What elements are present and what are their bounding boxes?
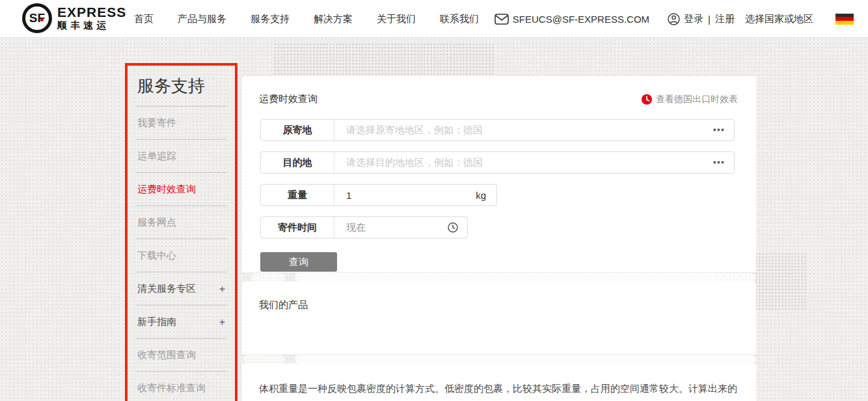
origin-field[interactable]: 原寄地 请选择原寄地地区，例如：德国 ⋯ [260, 119, 735, 141]
sidebar-item-shipping-standard-query[interactable]: 收寄件标准查询 [136, 372, 226, 401]
ship-time-field[interactable]: 寄件时间 现在 [260, 216, 468, 239]
more-options-icon[interactable]: ⋯ [712, 159, 725, 166]
weight-unit: kg [476, 190, 496, 201]
login-link[interactable]: 登录 [684, 13, 703, 25]
nav-about-us[interactable]: 关于我们 [377, 13, 416, 25]
clock-icon[interactable] [448, 222, 467, 233]
sidebar-item-label: 下载中心 [137, 250, 176, 262]
sidebar-item-label: 新手指南 [137, 316, 176, 328]
logo-chinese-text: 顺丰速运 [57, 19, 126, 31]
rate-time-query-card: 运费时效查询 查看德国出口时效表 原寄地 请选择原寄地地区，例如：德国 ⋯ 目的… [242, 76, 756, 272]
origin-placeholder: 请选择原寄地地区，例如：德国 [334, 124, 712, 136]
nav-products-services[interactable]: 产品与服务 [178, 13, 226, 25]
logo-red-dot [40, 18, 44, 21]
card-gap-strip [295, 355, 756, 363]
card-gap-strip [251, 273, 285, 281]
sidebar-item-beginner-guide[interactable]: 新手指南 + [136, 305, 226, 339]
sidebar-item-service-points[interactable]: 服务网点 [136, 206, 226, 239]
sf-express-logo[interactable]: SF EXPRESS 顺丰速运 [22, 3, 126, 33]
sidebar-item-label: 清关服务专区 [137, 283, 196, 295]
more-options-icon[interactable]: ⋯ [712, 127, 725, 133]
sidebar-highlight-rectangle: 服务支持 我要寄件 运单追踪 运费时效查询 服务网点 下载中心 清关服务专区 +… [125, 63, 237, 401]
weight-value[interactable]: 1 [334, 190, 476, 201]
sidebar-item-waybill-tracking[interactable]: 运单追踪 [136, 140, 226, 173]
region-selector[interactable]: 选择国家或地区 [745, 13, 813, 25]
logo-express-text: EXPRESS [57, 5, 126, 19]
origin-label: 原寄地 [261, 124, 334, 136]
timetable-clock-icon [642, 94, 652, 105]
ship-time-value[interactable]: 现在 [334, 222, 448, 234]
sidebar-item-label: 收寄件标准查询 [137, 382, 206, 395]
top-header: SF EXPRESS 顺丰速运 首页 产品与服务 服务支持 解决方案 关于我们 … [0, 0, 868, 38]
email-text: SFEUCS@SF-EXPRESS.COM [513, 14, 649, 25]
sf-logo-ring-icon: SF [22, 3, 52, 33]
main-nav: 首页 产品与服务 服务支持 解决方案 关于我们 联系我们 [134, 0, 479, 38]
card-gap-strip [243, 355, 285, 363]
sidebar-item-label: 收寄范围查询 [137, 349, 196, 361]
contact-email[interactable]: SFEUCS@SF-EXPRESS.COM [495, 14, 649, 25]
destination-label: 目的地 [261, 157, 334, 169]
nav-solutions[interactable]: 解决方案 [314, 13, 353, 25]
sidebar-item-send-parcel[interactable]: 我要寄件 [136, 107, 226, 140]
sidebar-item-rate-time-query[interactable]: 运费时效查询 [136, 173, 226, 206]
nav-contact-us[interactable]: 联系我们 [440, 13, 479, 25]
destination-placeholder: 请选择目的地地区，例如：德国 [334, 157, 712, 169]
nav-service-support[interactable]: 服务支持 [251, 13, 290, 25]
envelope-icon [495, 14, 509, 25]
map-dots-decoration [273, 43, 495, 81]
volumetric-weight-info-card: 体积重量是一种反映包裹密度的计算方式。低密度的包裹，比较其实际重量，占用的空间通… [242, 363, 756, 401]
volumetric-weight-text: 体积重量是一种反映包裹密度的计算方式。低密度的包裹，比较其实际重量，占用的空间通… [242, 363, 756, 401]
timetable-link-label: 查看德国出口时效表 [656, 94, 738, 105]
logo-text: EXPRESS 顺丰速运 [57, 5, 126, 31]
sidebar-item-label-active: 运费时效查询 [137, 183, 196, 196]
plus-expand-icon[interactable]: + [219, 286, 225, 292]
weight-label: 重量 [261, 189, 334, 201]
register-link[interactable]: 注册 [715, 13, 735, 25]
sidebar-item-download-center[interactable]: 下载中心 [136, 239, 226, 272]
destination-field[interactable]: 目的地 请选择目的地地区，例如：德国 ⋯ [260, 151, 735, 174]
card-gap-strip [295, 273, 756, 281]
sidebar-title: 服务支持 [136, 70, 226, 107]
account-links: 登录 | 注册 [668, 13, 735, 25]
sidebar-item-label: 我要寄件 [137, 117, 176, 129]
user-icon [668, 13, 680, 25]
query-submit-button[interactable]: 查询 [260, 252, 337, 272]
our-products-title: 我们的产品 [242, 281, 756, 311]
login-register-separator: | [708, 14, 711, 25]
sidebar-item-label: 服务网点 [137, 216, 176, 229]
germany-export-timetable-link[interactable]: 查看德国出口时效表 [642, 94, 738, 105]
germany-flag-icon[interactable] [835, 14, 854, 25]
ship-time-label: 寄件时间 [261, 222, 334, 234]
our-products-card: 我们的产品 [242, 281, 756, 354]
sidebar-item-customs-clearance[interactable]: 清关服务专区 + [136, 272, 226, 305]
sidebar-item-label: 运单追踪 [137, 150, 176, 162]
service-support-sidebar: 服务支持 我要寄件 运单追踪 运费时效查询 服务网点 下载中心 清关服务专区 +… [128, 66, 235, 401]
weight-field[interactable]: 重量 1 kg [260, 184, 497, 206]
header-right: SFEUCS@SF-EXPRESS.COM 登录 | 注册 选择国家或地区 [495, 0, 854, 38]
plus-expand-icon[interactable]: + [219, 319, 225, 326]
nav-home[interactable]: 首页 [134, 13, 154, 25]
query-card-title: 运费时效查询 [259, 93, 318, 105]
sidebar-item-coverage-query[interactable]: 收寄范围查询 [136, 339, 226, 372]
